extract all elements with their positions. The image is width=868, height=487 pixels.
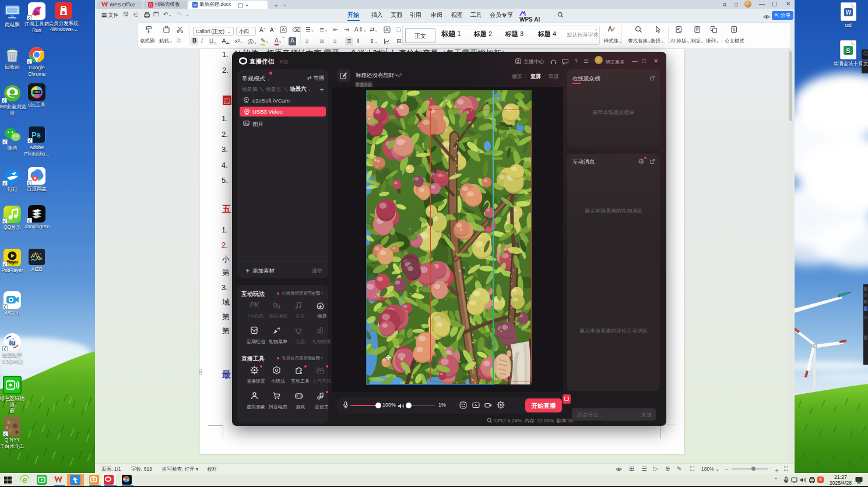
svg-text:iu̇: iu̇: [9, 338, 16, 347]
svg-text:AIZB-3: AIZB-3: [32, 252, 41, 256]
svg-text:Ps: Ps: [31, 130, 41, 139]
svg-text:W: W: [193, 3, 197, 7]
svg-text:jh: jh: [34, 10, 38, 15]
svg-text:W: W: [845, 9, 851, 16]
svg-text:S: S: [846, 47, 850, 54]
svg-text:D: D: [149, 3, 152, 7]
svg-text:Player: Player: [6, 260, 18, 264]
svg-text:OBS: OBS: [33, 90, 40, 94]
svg-text:e: e: [62, 9, 65, 15]
